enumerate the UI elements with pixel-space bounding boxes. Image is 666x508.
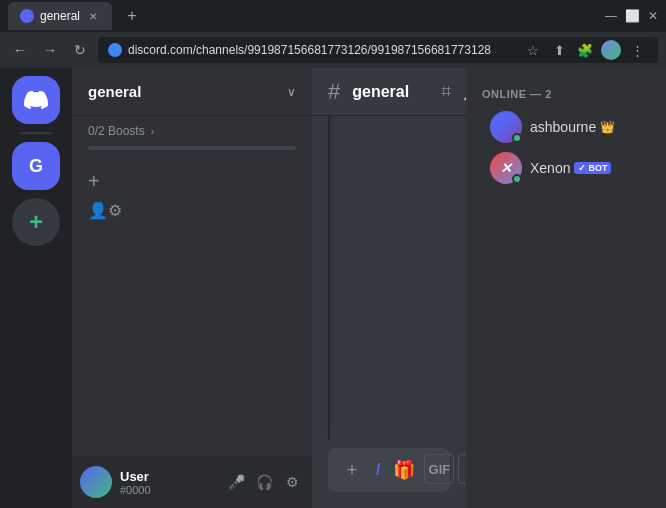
- autocomplete-item-4[interactable]: /backup load Load a previously created b…: [329, 243, 330, 348]
- main-content: # general ⌗ 🔔 📌 👥 Search 🔍 📥 ?: [312, 68, 466, 508]
- user-actions: 🎤 🎧 ⚙: [224, 470, 304, 494]
- add-channel-icon: +: [88, 170, 100, 193]
- tab-close-button[interactable]: ✕: [86, 9, 100, 23]
- member-item-xenon[interactable]: ✕ Xenon ✓ BOT: [474, 148, 658, 188]
- channel-header-name: general: [352, 83, 409, 101]
- address-bar-row: ← → ↻ discord.com/channels/9919871566817…: [0, 32, 666, 68]
- member-status-xenon: [512, 174, 522, 184]
- autocomplete-item-2[interactable]: /backup interval off Disable your backup…: [329, 116, 330, 152]
- extensions-icon[interactable]: 🧩: [574, 39, 596, 61]
- member-item-ashbourne[interactable]: ashbourne 👑: [474, 107, 658, 147]
- server-header[interactable]: general ∨: [72, 68, 312, 116]
- autocomplete-popup: /backup interval show Show your current …: [328, 116, 330, 440]
- channel-list: + 👤⚙: [72, 158, 312, 456]
- profile-avatar: [601, 40, 621, 60]
- bot-badge-xenon: ✓ BOT: [574, 162, 611, 174]
- add-member-icon: 👤⚙: [88, 201, 122, 220]
- member-avatar-xenon: ✕: [490, 152, 522, 184]
- slash-indicator: /: [376, 461, 380, 479]
- mute-button[interactable]: 🎤: [224, 470, 248, 494]
- message-area: /backup interval show Show your current …: [312, 116, 466, 508]
- add-member-area[interactable]: 👤⚙: [72, 197, 312, 224]
- boost-label: 0/2 Boosts: [88, 124, 145, 138]
- minimize-button[interactable]: —: [605, 9, 617, 23]
- user-info: User #0000: [120, 469, 216, 496]
- deafen-button[interactable]: 🎧: [252, 470, 276, 494]
- google-icon: [108, 43, 122, 57]
- boost-area[interactable]: 0/2 Boosts ›: [72, 116, 312, 146]
- user-tag: #0000: [120, 484, 216, 496]
- attach-button[interactable]: +: [336, 454, 368, 486]
- autocomplete-item-5[interactable]: /backup cancel Cancel the currently runn…: [329, 348, 330, 439]
- input-actions: 🎁 GIF ⊞ 😊: [388, 454, 466, 486]
- gift-button[interactable]: 🎁: [388, 454, 420, 486]
- current-server-icon[interactable]: G: [12, 142, 60, 190]
- reload-button[interactable]: ↻: [68, 38, 92, 62]
- gif-button[interactable]: GIF: [424, 454, 454, 484]
- channel-hashtag-icon[interactable]: ⌗: [441, 81, 451, 102]
- tab-favicon-discord: [20, 9, 34, 23]
- tab-title: general: [40, 9, 80, 23]
- address-text: discord.com/channels/991987156681773126/…: [128, 43, 516, 57]
- add-server-button[interactable]: +: [12, 198, 60, 246]
- tab-bar: general ✕ + — ⬜ ✕: [0, 0, 666, 32]
- active-tab[interactable]: general ✕: [8, 2, 112, 30]
- input-area: + / 🎁 GIF ⊞ 😊: [312, 448, 466, 508]
- server-divider: [20, 132, 52, 134]
- user-name: User: [120, 469, 216, 484]
- members-sidebar: Online — 2 ashbourne 👑 ✕ Xenon ✓ BO: [466, 68, 666, 508]
- discord-app: G + general ∨ 0/2 Boosts › + 👤⚙ User #00: [0, 68, 666, 508]
- message-input[interactable]: /: [376, 461, 380, 479]
- autocomplete-item-3[interactable]: /backup create Create a backup of this s…: [329, 152, 330, 243]
- channel-hash-icon: #: [328, 79, 340, 105]
- server-chevron-icon: ∨: [287, 85, 296, 99]
- member-status-ashbourne: [512, 133, 522, 143]
- forward-button[interactable]: →: [38, 38, 62, 62]
- online-section-header: Online — 2: [466, 84, 666, 106]
- settings-button[interactable]: ⚙: [280, 470, 304, 494]
- back-button[interactable]: ←: [8, 38, 32, 62]
- address-action-icons: ☆ ⬆ 🧩 ⋮: [522, 39, 648, 61]
- address-input[interactable]: discord.com/channels/991987156681773126/…: [98, 37, 658, 63]
- member-avatar-ashbourne: [490, 111, 522, 143]
- server-list: G +: [0, 68, 72, 508]
- channel-header: # general ⌗ 🔔 📌 👥 Search 🔍 📥 ?: [312, 68, 466, 116]
- boost-arrow-icon: ›: [151, 126, 154, 137]
- add-channel-area[interactable]: +: [72, 166, 312, 197]
- share-icon[interactable]: ⬆: [548, 39, 570, 61]
- close-window-button[interactable]: ✕: [648, 9, 658, 23]
- member-name-row-xenon: Xenon ✓ BOT: [530, 160, 611, 176]
- bot-check-icon: ✓: [578, 163, 586, 173]
- new-tab-button[interactable]: +: [120, 4, 144, 28]
- profile-icon[interactable]: [600, 39, 622, 61]
- input-box: + / 🎁 GIF ⊞ 😊: [328, 448, 450, 492]
- boost-bar: [88, 146, 296, 150]
- member-name-xenon: Xenon: [530, 160, 570, 176]
- member-name-ashbourne: ashbourne: [530, 119, 596, 135]
- menu-icon[interactable]: ⋮: [626, 39, 648, 61]
- maximize-button[interactable]: ⬜: [625, 9, 640, 23]
- crown-icon-ashbourne: 👑: [600, 120, 615, 134]
- bookmark-icon[interactable]: ☆: [522, 39, 544, 61]
- member-name-row-ashbourne: ashbourne 👑: [530, 119, 615, 135]
- home-server-icon[interactable]: [12, 76, 60, 124]
- server-name: general: [88, 83, 141, 100]
- user-avatar: [80, 466, 112, 498]
- user-panel: User #0000 🎤 🎧 ⚙: [72, 456, 312, 508]
- sticker-button[interactable]: ⊞: [458, 454, 466, 484]
- bot-label: BOT: [588, 163, 607, 173]
- channel-sidebar: general ∨ 0/2 Boosts › + 👤⚙ User #0000 🎤: [72, 68, 312, 508]
